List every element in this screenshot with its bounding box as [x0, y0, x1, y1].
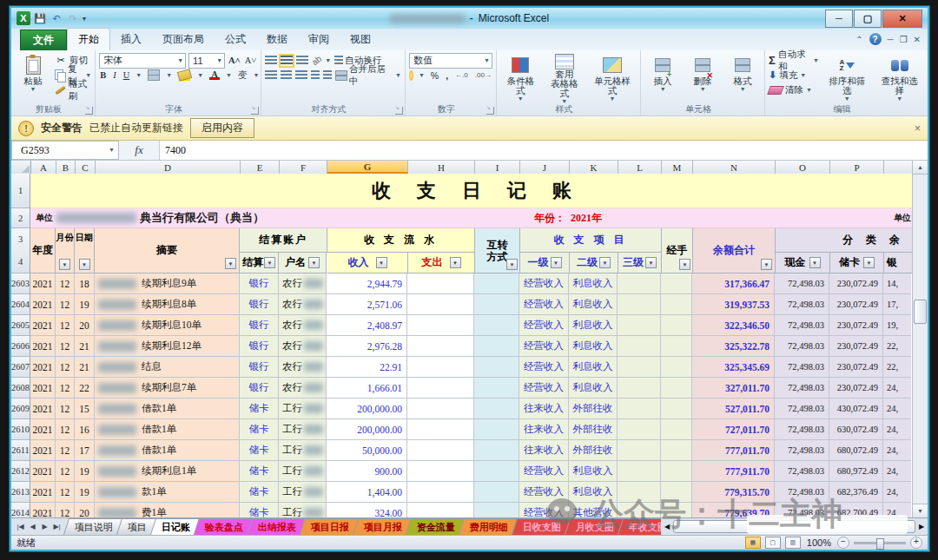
balance-cell[interactable]: 319,937.53 [692, 294, 775, 315]
account-type-cell[interactable]: 银行 [240, 315, 279, 336]
column-header-A[interactable]: A [31, 161, 56, 174]
cell-styles-button[interactable]: 单元格样式▼ [588, 52, 637, 104]
row-header[interactable]: 2611 [11, 440, 30, 461]
account-type-cell[interactable]: 储卡 [240, 440, 279, 461]
month-cell[interactable]: 12 [56, 461, 75, 482]
account-name-cell[interactable]: 工行 [279, 503, 327, 517]
partial-cell[interactable]: 24, [883, 461, 911, 482]
card-cell[interactable]: 230,072.49 [829, 336, 883, 357]
tab-insert[interactable]: 插入 [110, 29, 152, 50]
expense-cell[interactable] [407, 440, 474, 461]
level3-cell[interactable] [618, 461, 661, 482]
balance-cell[interactable]: 325,345.69 [692, 357, 775, 378]
header-level3[interactable]: 三级 [618, 253, 662, 273]
sheet-tab[interactable]: 验表盘点 [194, 518, 254, 535]
font-name-select[interactable]: 宋体▼ [99, 53, 186, 69]
year-cell[interactable]: 2021 [30, 461, 56, 482]
worksheet[interactable]: ABCDEFGHIJKLMNOP 1 收支日记账 2 单位 典当行有限公司（典当… [11, 161, 928, 517]
transfer-cell[interactable] [474, 482, 519, 503]
expense-cell[interactable] [407, 294, 474, 315]
level3-cell[interactable] [618, 273, 661, 294]
alignment-dialog-launcher[interactable]: ↘ [395, 107, 403, 115]
header-expense[interactable]: 支出 [408, 253, 475, 273]
cash-cell[interactable]: 72,498.03 [775, 399, 829, 419]
income-cell[interactable]: 2,944.79 [327, 273, 407, 294]
summary-cell[interactable]: 费1单 [95, 503, 240, 517]
italic-button[interactable]: I [112, 69, 117, 81]
partial-cell[interactable]: 22, [883, 357, 911, 378]
income-cell[interactable]: 200,000.00 [327, 419, 407, 440]
summary-cell[interactable]: 结息 [95, 357, 240, 378]
income-cell[interactable]: 1,404.00 [327, 482, 407, 503]
workbook-restore-icon[interactable]: ❐ [900, 35, 908, 44]
transfer-cell[interactable] [474, 378, 519, 399]
align-left-icon[interactable] [265, 70, 277, 81]
tab-data[interactable]: 数据 [256, 29, 298, 50]
column-header-C[interactable]: C [76, 161, 96, 174]
day-cell[interactable]: 19 [75, 294, 95, 315]
header-transfer[interactable]: 互转方式 [475, 228, 520, 273]
row-header[interactable]: 2610 [11, 419, 30, 440]
summary-cell[interactable]: 借款1单 [95, 399, 240, 419]
level1-cell[interactable]: 经营收入 [519, 482, 569, 503]
account-type-cell[interactable]: 银行 [240, 273, 279, 294]
day-cell[interactable]: 16 [75, 419, 95, 440]
comma-style-button[interactable]: , [445, 69, 449, 82]
row-header[interactable]: 2614 [11, 503, 30, 517]
balance-cell[interactable]: 727,011.70 [692, 419, 775, 440]
filter-dropdown-icon[interactable] [863, 257, 875, 268]
handler-cell[interactable] [661, 503, 692, 517]
year-cell[interactable]: 2021 [30, 315, 56, 336]
level1-cell[interactable]: 经营收入 [519, 503, 569, 517]
fill-color-button[interactable] [177, 69, 192, 82]
row-header[interactable]: 1 [11, 174, 30, 208]
summary-cell[interactable]: 借款1单 [95, 419, 240, 440]
expense-cell[interactable] [407, 378, 474, 399]
header-level2[interactable]: 二级 [570, 253, 618, 273]
tab-home[interactable]: 开始 [67, 28, 110, 50]
card-cell[interactable]: 230,072.49 [829, 315, 883, 336]
expense-cell[interactable] [407, 273, 474, 294]
expense-cell[interactable] [407, 315, 474, 336]
enable-content-button[interactable]: 启用内容 [190, 118, 254, 138]
day-cell[interactable]: 17 [75, 440, 95, 461]
decrease-decimal-icon[interactable]: .00→ [474, 70, 492, 80]
row-header[interactable]: 2607 [11, 357, 30, 378]
number-dialog-launcher[interactable]: ↘ [486, 107, 494, 115]
security-bar-close-icon[interactable]: × [915, 122, 921, 135]
handler-cell[interactable] [661, 461, 692, 482]
header-cash[interactable]: 现金 [776, 253, 830, 273]
month-cell[interactable]: 12 [56, 399, 75, 419]
column-header-partial[interactable] [884, 161, 912, 174]
level3-cell[interactable] [618, 503, 661, 517]
month-cell[interactable]: 12 [56, 357, 75, 378]
level1-cell[interactable]: 经营收入 [519, 273, 569, 294]
align-right-icon[interactable] [295, 70, 307, 81]
filter-dropdown-icon[interactable] [264, 257, 275, 268]
column-header-J[interactable]: J [520, 161, 570, 174]
column-header-G[interactable]: G [327, 161, 408, 174]
row-header[interactable]: 2608 [11, 378, 30, 399]
level2-cell[interactable]: 利息收入 [569, 461, 618, 482]
grow-font-button[interactable]: A˄ [228, 55, 241, 66]
month-cell[interactable]: 12 [56, 315, 75, 336]
handler-cell[interactable] [661, 273, 692, 294]
level1-cell[interactable]: 经营收入 [519, 461, 569, 482]
zoom-in-icon[interactable]: + [910, 537, 922, 549]
level3-cell[interactable] [618, 357, 661, 378]
card-cell[interactable]: 430,072.49 [829, 399, 883, 419]
bold-button[interactable]: B [99, 69, 107, 81]
year-cell[interactable]: 2021 [30, 273, 56, 294]
page-break-view-icon[interactable]: ▥ [785, 537, 801, 549]
year-cell[interactable]: 2021 [30, 336, 56, 357]
level3-cell[interactable] [618, 419, 661, 440]
account-type-cell[interactable]: 储卡 [240, 482, 279, 503]
normal-view-icon[interactable]: ▦ [745, 537, 761, 549]
merge-center-button[interactable]: 合并后居中▼ [335, 63, 401, 88]
card-cell[interactable]: 682,376.49 [829, 482, 883, 503]
day-cell[interactable]: 21 [75, 336, 95, 357]
filter-dropdown-icon[interactable] [551, 257, 562, 268]
cash-cell[interactable]: 72,498.03 [775, 294, 829, 315]
level2-cell[interactable]: 外部往收 [569, 419, 618, 440]
handler-cell[interactable] [661, 294, 692, 315]
